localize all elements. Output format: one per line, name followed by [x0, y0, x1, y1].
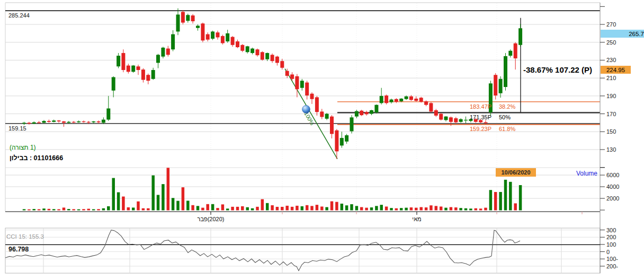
svg-text:190: 190 [606, 93, 616, 99]
instrument-label: בבילון‎ : 01101666 [10, 155, 63, 162]
svg-text:150: 150 [606, 128, 616, 135]
trend-handle[interactable] [302, 105, 310, 113]
gridlines [5, 3, 600, 273]
base-line-label: 159.15 [8, 126, 26, 132]
svg-text:0: 0 [606, 249, 610, 255]
svg-text:210: 210 [606, 75, 616, 81]
svg-text:6000: 6000 [606, 172, 619, 178]
svg-text:200: 200 [606, 234, 616, 240]
fib-61-price: 159.23P [470, 126, 491, 132]
x-axis-label: פבר‎(2020) [198, 216, 225, 222]
fib-level-50: 171.35P 50% [470, 115, 511, 120]
svg-text:100-: 100- [606, 256, 618, 262]
svg-text:230: 230 [606, 57, 616, 63]
fib-61-pct: 61.8% [499, 126, 515, 132]
last-price-tag: 265.7 [601, 30, 644, 38]
trading-chart-root: 100%פבר‎(2020)מאי27025023021019017015013… [0, 0, 644, 279]
svg-text:100: 100 [606, 241, 616, 248]
date-tag: 10/06/2020 [496, 168, 536, 177]
svg-text:2000: 2000 [606, 195, 619, 202]
svg-text:200-: 200- [606, 263, 618, 269]
svg-text:300: 300 [606, 227, 616, 233]
prior-high-label: 285.244 [8, 13, 30, 19]
svg-text:250: 250 [606, 39, 616, 46]
price-axis: 2702502302101901701501306000400020003002… [600, 3, 619, 273]
fib-level-61: 159.23P 61.8% [470, 126, 515, 132]
volume-layer [23, 168, 522, 210]
svg-text:270: 270 [606, 21, 616, 28]
candles-layer [22, 8, 522, 159]
cci-layer [5, 230, 600, 271]
fib-50-pct: 50% [499, 115, 511, 120]
cci-level-label: 96.798 [8, 246, 29, 253]
fib-measure-text: -38.67% 107.22 (P) [523, 66, 592, 74]
svg-text:170: 170 [606, 111, 616, 117]
fib-level-38: 183.47P 38.2% [470, 104, 515, 110]
volume-title: Volume [576, 170, 597, 177]
alert-price-tag: 224.95 [601, 66, 631, 74]
x-axis: פבר‎(2020)מאי [5, 212, 600, 222]
svg-text:4000: 4000 [606, 184, 619, 190]
x-axis-label: מאי [412, 216, 421, 222]
svg-text:130: 130 [606, 146, 616, 153]
cci-legend: CCI 15: 155.3 [6, 234, 44, 240]
chart-canvas[interactable]: 100%פבר‎(2020)מאי27025023021019017015013… [0, 0, 644, 279]
formation-label: (תצורה‎ 1) [10, 144, 36, 151]
fib-38-price: 183.47P [470, 104, 491, 110]
fib-38-pct: 38.2% [499, 104, 515, 110]
fib-50-price: 171.35P [470, 115, 491, 120]
